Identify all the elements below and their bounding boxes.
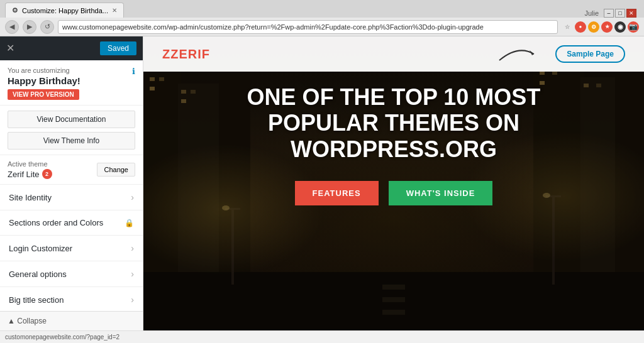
- preview-navbar: ZZERIF Sample Page: [143, 36, 644, 72]
- features-button[interactable]: FEATURES: [295, 181, 379, 205]
- sidebar-item-sections-order[interactable]: Sections order and Colors 🔒: [0, 210, 143, 236]
- chevron-right-icon: ›: [131, 295, 134, 305]
- sidebar-item-general-options[interactable]: General options ›: [0, 261, 143, 287]
- arrow-annotation: [493, 41, 543, 68]
- theme-badge: 2: [42, 169, 52, 179]
- reload-button[interactable]: ↺: [40, 20, 54, 34]
- site-title: Happy Birthday!: [8, 75, 135, 86]
- zerif-logo: ZZERIF: [162, 47, 210, 62]
- info-icon[interactable]: ℹ: [132, 67, 135, 76]
- change-theme-button[interactable]: Change: [97, 163, 135, 177]
- nav-item-label: Login Customizer: [9, 244, 72, 253]
- view-theme-info-button[interactable]: View Theme Info: [8, 132, 135, 150]
- nav-item-right: ›: [131, 192, 134, 202]
- active-theme-section: Active theme Zerif Lite 2 Change: [0, 155, 143, 185]
- nav-item-label: Site Identity: [9, 193, 52, 202]
- browser-tab[interactable]: ⚙ Customize: Happy Birthda... ✕: [5, 3, 124, 18]
- nav-item-label: Sections order and Colors: [9, 218, 103, 227]
- saved-button[interactable]: Saved: [100, 41, 136, 55]
- ext-icon-2[interactable]: ⚙: [588, 21, 599, 33]
- browser-toolbar-icons: ☆ ● ⚙ ★ ◉ 📷: [562, 21, 639, 33]
- sample-page-button[interactable]: Sample Page: [555, 45, 625, 63]
- active-theme-label: Active theme: [8, 160, 52, 168]
- chevron-right-icon: ›: [131, 269, 134, 279]
- sidebar-footer: ▲ Collapse: [0, 311, 143, 330]
- pro-version-button[interactable]: VIEW PRO VERSION: [8, 89, 79, 100]
- username-label: Julie: [584, 9, 599, 17]
- sidebar-item-login-customizer[interactable]: Login Customizer ›: [0, 236, 143, 261]
- hero-title-line3: WORDPRESS.ORG: [291, 136, 497, 162]
- doc-buttons-section: View Documentation View Theme Info: [0, 106, 143, 155]
- nav-item-right: ›: [131, 295, 134, 305]
- customizing-label: You are customizing: [8, 67, 135, 74]
- sidebar-close-button[interactable]: ✕: [6, 43, 14, 53]
- nav-item-label: Big title section: [9, 295, 64, 305]
- url-bar[interactable]: [58, 20, 558, 34]
- ext-icon-5[interactable]: 📷: [628, 21, 639, 33]
- customizer-sidebar: ✕ Saved ℹ You are customizing Happy Birt…: [0, 36, 143, 330]
- nav-item-right: 🔒: [125, 219, 134, 227]
- whats-inside-button[interactable]: WHAT'S INSIDE: [389, 181, 493, 205]
- status-bar: customonepagewebsite.com/?page_id=2: [0, 330, 644, 343]
- collapse-button[interactable]: ▲ Collapse: [8, 317, 135, 325]
- hero-title-line1: ONE OF THE TOP 10 MOST: [247, 84, 541, 110]
- back-button[interactable]: ◀: [5, 20, 19, 34]
- chevron-right-icon: ›: [131, 243, 134, 253]
- hero-title-line2: POPULAR THEMES ON: [268, 110, 519, 136]
- hero-buttons: FEATURES WHAT'S INSIDE: [295, 181, 493, 205]
- view-documentation-button[interactable]: View Documentation: [8, 111, 135, 128]
- ext-icon-4[interactable]: ◉: [614, 21, 626, 33]
- ext-icon-3[interactable]: ★: [601, 21, 613, 33]
- nav-item-right: ›: [131, 269, 134, 279]
- forward-button[interactable]: ▶: [23, 20, 36, 34]
- maximize-button[interactable]: □: [615, 9, 625, 18]
- sidebar-item-big-title[interactable]: Big title section ›: [0, 287, 143, 311]
- tab-icon: ⚙: [12, 6, 18, 14]
- nav-item-right: ›: [131, 243, 134, 253]
- sidebar-item-site-identity[interactable]: Site Identity ›: [0, 185, 143, 210]
- nav-items-list: Site Identity › Sections order and Color…: [0, 185, 143, 311]
- sidebar-header: ✕ Saved: [0, 36, 143, 60]
- customizing-section: ℹ You are customizing Happy Birthday! VI…: [0, 60, 143, 106]
- lock-icon: 🔒: [125, 219, 134, 227]
- status-url: customonepagewebsite.com/?page_id=2: [5, 334, 119, 340]
- chevron-right-icon: ›: [131, 192, 134, 202]
- close-window-button[interactable]: ✕: [626, 9, 636, 18]
- hero-title: ONE OF THE TOP 10 MOST POPULAR THEMES ON…: [247, 84, 541, 162]
- ext-icon-1[interactable]: ●: [575, 21, 586, 33]
- theme-name: Zerif Lite 2: [8, 169, 52, 179]
- preview-area: ZZERIF Sample Page ONE OF THE TOP 10 MOS…: [143, 36, 644, 330]
- star-icon[interactable]: ☆: [562, 21, 573, 33]
- tab-title: Customize: Happy Birthda...: [22, 7, 108, 14]
- minimize-button[interactable]: –: [604, 9, 614, 18]
- tab-close-btn[interactable]: ✕: [112, 7, 117, 14]
- nav-item-label: General options: [9, 270, 67, 279]
- hero-content: ONE OF THE TOP 10 MOST POPULAR THEMES ON…: [143, 72, 644, 218]
